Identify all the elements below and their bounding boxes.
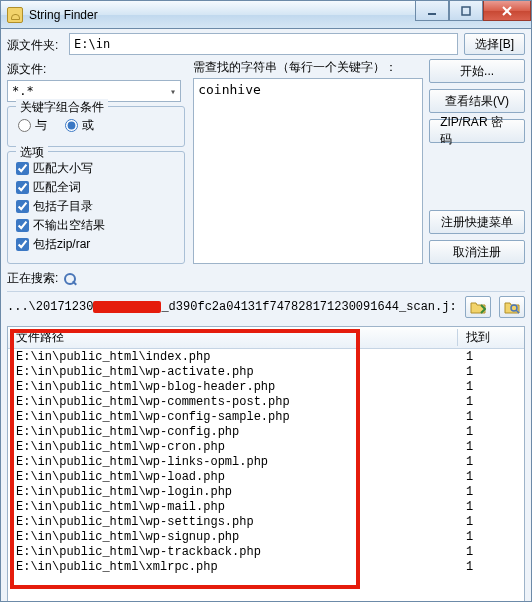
- table-row[interactable]: E:\in\public_html\wp-blog-header.php1: [8, 379, 524, 394]
- keyword-group-legend: 关键字组合条件: [16, 99, 108, 116]
- cell-found: 1: [458, 530, 524, 544]
- cell-path: E:\in\public_html\wp-mail.php: [8, 500, 458, 514]
- cell-path: E:\in\public_html\wp-signup.php: [8, 530, 458, 544]
- zip-password-button[interactable]: ZIP/RAR 密码: [429, 119, 525, 143]
- magnifier-icon: [64, 273, 76, 285]
- radio-and[interactable]: 与: [18, 117, 47, 134]
- opt-subdir[interactable]: 包括子目录: [16, 198, 176, 215]
- col-found-header[interactable]: 找到: [458, 329, 524, 346]
- table-row[interactable]: E:\in\public_html\wp-load.php1: [8, 469, 524, 484]
- cell-found: 1: [458, 515, 524, 529]
- search-strings-label: 需查找的字符串（每行一个关键字）：: [193, 59, 423, 76]
- options-legend: 选项: [16, 144, 48, 161]
- cell-found: 1: [458, 395, 524, 409]
- results-table: 文件路径 找到 E:\in\public_html\index.php1E:\i…: [7, 326, 525, 602]
- open-folder-button[interactable]: [465, 296, 491, 318]
- middle-panel: 需查找的字符串（每行一个关键字）：: [193, 59, 423, 264]
- radio-and-input[interactable]: [18, 119, 31, 132]
- redacted-bar: [93, 301, 161, 313]
- table-row[interactable]: E:\in\public_html\index.php1: [8, 349, 524, 364]
- view-results-button[interactable]: 查看结果(V): [429, 89, 525, 113]
- cell-path: E:\in\public_html\wp-comments-post.php: [8, 395, 458, 409]
- cell-path: E:\in\public_html\wp-blog-header.php: [8, 380, 458, 394]
- dropdown-arrow-icon: ▾: [170, 86, 176, 97]
- table-row[interactable]: E:\in\public_html\wp-login.php1: [8, 484, 524, 499]
- radio-or[interactable]: 或: [65, 117, 94, 134]
- cell-path: E:\in\public_html\wp-config.php: [8, 425, 458, 439]
- cell-path: E:\in\public_html\wp-settings.php: [8, 515, 458, 529]
- left-panel: 源文件: *.* ▾ 关键字组合条件 与 或: [7, 59, 185, 264]
- cell-found: 1: [458, 485, 524, 499]
- table-row[interactable]: E:\in\public_html\wp-config-sample.php1: [8, 409, 524, 424]
- start-button[interactable]: 开始...: [429, 59, 525, 83]
- window-title: String Finder: [29, 8, 415, 22]
- cell-found: 1: [458, 350, 524, 364]
- source-folder-input[interactable]: E:\in: [69, 33, 458, 55]
- cell-path: E:\in\public_html\wp-trackback.php: [8, 545, 458, 559]
- opt-zip[interactable]: 包括zip/rar: [16, 236, 176, 253]
- cell-found: 1: [458, 545, 524, 559]
- cell-found: 1: [458, 470, 524, 484]
- radio-or-input[interactable]: [65, 119, 78, 132]
- results-header: 文件路径 找到: [8, 327, 524, 349]
- opt-whole[interactable]: 匹配全词: [16, 179, 176, 196]
- app-icon: [7, 7, 23, 23]
- find-in-folder-button[interactable]: [499, 296, 525, 318]
- right-buttons: 开始... 查看结果(V) ZIP/RAR 密码 注册快捷菜单 取消注册: [429, 59, 525, 264]
- cell-found: 1: [458, 560, 524, 574]
- cell-path: E:\in\public_html\wp-activate.php: [8, 365, 458, 379]
- content-area: 源文件夹: E:\in 选择[B] 源文件: *.* ▾ 关键字组合条件 与: [1, 29, 531, 602]
- table-row[interactable]: E:\in\public_html\wp-comments-post.php1: [8, 394, 524, 409]
- window-buttons: [415, 1, 531, 28]
- keyword-combine-group: 关键字组合条件 与 或: [7, 106, 185, 147]
- browse-button[interactable]: 选择[B]: [464, 33, 525, 55]
- table-row[interactable]: E:\in\public_html\wp-activate.php1: [8, 364, 524, 379]
- options-group: 选项 匹配大小写 匹配全词 包括子目录 不输出空结果 包括zip/rar: [7, 151, 185, 264]
- table-row[interactable]: E:\in\public_html\wp-mail.php1: [8, 499, 524, 514]
- cell-found: 1: [458, 380, 524, 394]
- col-path-header[interactable]: 文件路径: [8, 329, 458, 346]
- table-row[interactable]: E:\in\public_html\wp-signup.php1: [8, 529, 524, 544]
- register-menu-button[interactable]: 注册快捷菜单: [429, 210, 525, 234]
- cell-path: E:\in\public_html\wp-config-sample.php: [8, 410, 458, 424]
- searching-row: 正在搜索:: [7, 266, 525, 292]
- minimize-button[interactable]: [415, 1, 449, 21]
- cell-found: 1: [458, 425, 524, 439]
- cell-found: 1: [458, 365, 524, 379]
- cell-found: 1: [458, 440, 524, 454]
- opt-case[interactable]: 匹配大小写: [16, 160, 176, 177]
- close-button[interactable]: [483, 1, 531, 21]
- opt-noempty[interactable]: 不输出空结果: [16, 217, 176, 234]
- unregister-button[interactable]: 取消注册: [429, 240, 525, 264]
- source-folder-value: E:\in: [74, 37, 110, 51]
- cell-found: 1: [458, 455, 524, 469]
- source-folder-row: 源文件夹: E:\in 选择[B]: [7, 33, 525, 55]
- table-row[interactable]: E:\in\public_html\wp-trackback.php1: [8, 544, 524, 559]
- table-row[interactable]: E:\in\public_html\xmlrpc.php1: [8, 559, 524, 574]
- cell-path: E:\in\public_html\xmlrpc.php: [8, 560, 458, 574]
- source-folder-label: 源文件夹:: [7, 35, 69, 54]
- cell-path: E:\in\public_html\wp-links-opml.php: [8, 455, 458, 469]
- cell-found: 1: [458, 410, 524, 424]
- cell-path: E:\in\public_html\index.php: [8, 350, 458, 364]
- file-pattern-value: *.*: [12, 84, 34, 98]
- search-strings-input[interactable]: [193, 78, 423, 264]
- titlebar: String Finder: [1, 1, 531, 29]
- table-row[interactable]: E:\in\public_html\wp-cron.php1: [8, 439, 524, 454]
- status-row: ...\20171230_d390fc2a04131f7478281712300…: [7, 292, 525, 322]
- results-body: E:\in\public_html\index.php1E:\in\public…: [8, 349, 524, 574]
- cell-found: 1: [458, 500, 524, 514]
- table-row[interactable]: E:\in\public_html\wp-settings.php1: [8, 514, 524, 529]
- table-row[interactable]: E:\in\public_html\wp-config.php1: [8, 424, 524, 439]
- cell-path: E:\in\public_html\wp-load.php: [8, 470, 458, 484]
- cell-path: E:\in\public_html\wp-cron.php: [8, 440, 458, 454]
- cell-path: E:\in\public_html\wp-login.php: [8, 485, 458, 499]
- searching-label: 正在搜索:: [7, 270, 58, 287]
- svg-rect-1: [462, 7, 470, 15]
- status-text: ...\20171230_d390fc2a04131f7478281712300…: [7, 300, 457, 314]
- table-row[interactable]: E:\in\public_html\wp-links-opml.php1: [8, 454, 524, 469]
- maximize-button[interactable]: [449, 1, 483, 21]
- source-file-label: 源文件:: [7, 59, 69, 78]
